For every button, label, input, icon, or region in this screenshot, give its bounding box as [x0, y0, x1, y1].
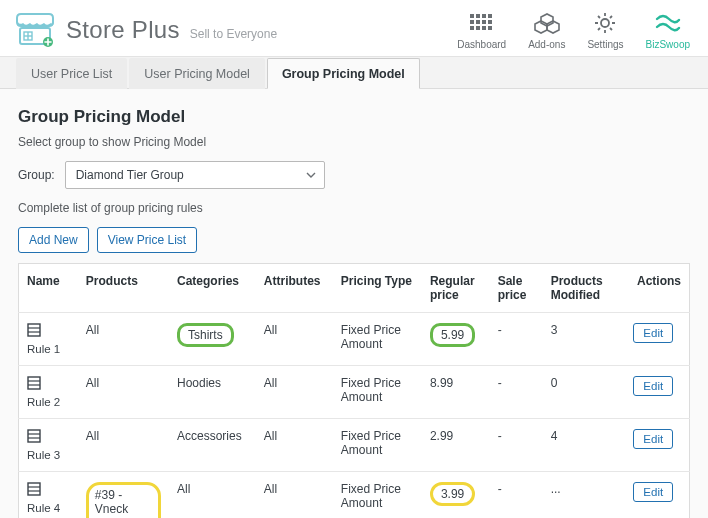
cell-categories: Hoodies	[169, 366, 256, 419]
svg-rect-11	[482, 20, 486, 24]
svg-rect-6	[476, 14, 480, 18]
cell-pricing-type: Fixed Price Amount	[333, 366, 422, 419]
svg-rect-10	[476, 20, 480, 24]
cell-pricing-type: Fixed Price Amount	[333, 472, 422, 519]
table-row: Rule 2AllHoodiesAllFixed Price Amount8.9…	[19, 366, 690, 419]
edit-button[interactable]: Edit	[633, 429, 673, 449]
svg-rect-12	[488, 20, 492, 24]
nav-bizswoop-label: BizSwoop	[646, 39, 690, 50]
col-products: Products	[78, 264, 169, 313]
svg-rect-14	[476, 26, 480, 30]
cell-products-modified: ...	[543, 472, 626, 519]
chevron-down-icon	[306, 172, 316, 178]
cell-attributes: All	[256, 313, 333, 366]
svg-rect-21	[28, 377, 40, 389]
cell-categories: All	[169, 472, 256, 519]
table-row: Rule 4#39 - Vneck TshirtAllAllFixed Pric…	[19, 472, 690, 519]
svg-rect-9	[470, 20, 474, 24]
cell-products: #39 - Vneck Tshirt	[78, 472, 169, 519]
add-new-button[interactable]: Add New	[18, 227, 89, 253]
col-categories: Categories	[169, 264, 256, 313]
cell-products: All	[78, 419, 169, 472]
rule-name: Rule 4	[27, 502, 60, 514]
svg-rect-15	[482, 26, 486, 30]
edit-button[interactable]: Edit	[633, 376, 673, 396]
edit-button[interactable]: Edit	[633, 323, 673, 343]
cell-sale-price: -	[490, 313, 543, 366]
col-name: Name	[19, 264, 78, 313]
store-plus-logo-icon	[14, 12, 56, 48]
cell-products: All	[78, 313, 169, 366]
svg-rect-8	[488, 14, 492, 18]
svg-rect-24	[28, 430, 40, 442]
page-title: Group Pricing Model	[18, 107, 690, 127]
nav-settings-label: Settings	[587, 39, 623, 50]
tab-group-pricing-model[interactable]: Group Pricing Model	[267, 58, 420, 89]
group-selected-value: Diamond Tier Group	[76, 168, 184, 182]
nav-addons-label: Add-ons	[528, 39, 565, 50]
drag-handle-icon[interactable]	[27, 376, 41, 390]
brand-tagline: Sell to Everyone	[190, 27, 277, 41]
col-pricing-type: Pricing Type	[333, 264, 422, 313]
group-select[interactable]: Diamond Tier Group	[65, 161, 325, 189]
table-row: Rule 1AllTshirtsAllFixed Price Amount5.9…	[19, 313, 690, 366]
svg-rect-7	[482, 14, 486, 18]
nav-bizswoop[interactable]: BizSwoop	[646, 10, 690, 50]
cell-sale-price: -	[490, 472, 543, 519]
svg-rect-13	[470, 26, 474, 30]
cell-products-modified: 3	[543, 313, 626, 366]
edit-button[interactable]: Edit	[633, 482, 673, 502]
table-row: Rule 3AllAccessoriesAllFixed Price Amoun…	[19, 419, 690, 472]
cell-attributes: All	[256, 366, 333, 419]
rule-name: Rule 2	[27, 396, 60, 408]
bizswoop-icon	[646, 10, 690, 36]
settings-gear-icon	[587, 10, 623, 36]
drag-handle-icon[interactable]	[27, 429, 41, 443]
svg-rect-27	[28, 483, 40, 495]
brand-name: Store Plus	[66, 16, 180, 44]
cell-sale-price: -	[490, 419, 543, 472]
addons-icon	[528, 10, 565, 36]
svg-rect-5	[470, 14, 474, 18]
view-price-list-button[interactable]: View Price List	[97, 227, 197, 253]
dashboard-icon	[457, 10, 506, 36]
cell-products-modified: 0	[543, 366, 626, 419]
col-sale-price: Sale price	[490, 264, 543, 313]
drag-handle-icon[interactable]	[27, 482, 41, 496]
tab-user-pricing-model[interactable]: User Pricing Model	[129, 58, 265, 89]
cell-categories: Tshirts	[169, 313, 256, 366]
table-header-row: Name Products Categories Attributes Pric…	[19, 264, 690, 313]
rule-name: Rule 1	[27, 343, 60, 355]
svg-rect-18	[28, 324, 40, 336]
svg-rect-16	[488, 26, 492, 30]
cell-regular-price: 5.99	[422, 313, 490, 366]
cell-pricing-type: Fixed Price Amount	[333, 419, 422, 472]
col-regular-price: Regular price	[422, 264, 490, 313]
cell-regular-price: 3.99	[422, 472, 490, 519]
col-products-modified: Products Modified	[543, 264, 626, 313]
cell-sale-price: -	[490, 366, 543, 419]
cell-pricing-type: Fixed Price Amount	[333, 313, 422, 366]
nav-dashboard-label: Dashboard	[457, 39, 506, 50]
drag-handle-icon[interactable]	[27, 323, 41, 337]
nav-settings[interactable]: Settings	[587, 10, 623, 50]
group-label: Group:	[18, 168, 55, 182]
col-actions: Actions	[625, 264, 689, 313]
cell-regular-price: 8.99	[422, 366, 490, 419]
help-rule-list: Complete list of group pricing rules	[18, 201, 690, 215]
rule-name: Rule 3	[27, 449, 60, 461]
cell-categories: Accessories	[169, 419, 256, 472]
nav-dashboard[interactable]: Dashboard	[457, 10, 506, 50]
cell-attributes: All	[256, 472, 333, 519]
help-select-group: Select group to show Pricing Model	[18, 135, 690, 149]
col-attributes: Attributes	[256, 264, 333, 313]
cell-products-modified: 4	[543, 419, 626, 472]
tab-user-price-list[interactable]: User Price List	[16, 58, 127, 89]
svg-point-17	[601, 19, 609, 27]
cell-attributes: All	[256, 419, 333, 472]
cell-regular-price: 2.99	[422, 419, 490, 472]
nav-addons[interactable]: Add-ons	[528, 10, 565, 50]
cell-products: All	[78, 366, 169, 419]
